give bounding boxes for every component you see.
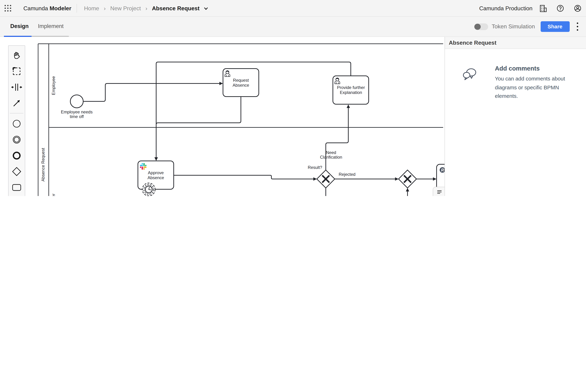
svg-text:Need: Need xyxy=(326,150,336,155)
svg-text:Explanation: Explanation xyxy=(340,90,362,95)
svg-text:Absence: Absence xyxy=(148,175,164,180)
svg-text:Employee: Employee xyxy=(51,76,56,95)
svg-text:Employee needs: Employee needs xyxy=(61,110,93,114)
svg-text:Provide further: Provide further xyxy=(337,85,365,90)
svg-text:Approve: Approve xyxy=(148,170,164,175)
svg-text:Result?: Result? xyxy=(308,165,322,170)
svg-text:Request: Request xyxy=(233,78,249,82)
svg-text:time off: time off xyxy=(70,114,84,119)
svg-text:Rejected: Rejected xyxy=(339,172,356,177)
svg-text:Clarification: Clarification xyxy=(320,155,342,160)
svg-text:Absence Request: Absence Request xyxy=(40,148,46,182)
svg-text:Absence: Absence xyxy=(232,83,249,88)
svg-text:Line Manager: Line Manager xyxy=(51,194,56,196)
